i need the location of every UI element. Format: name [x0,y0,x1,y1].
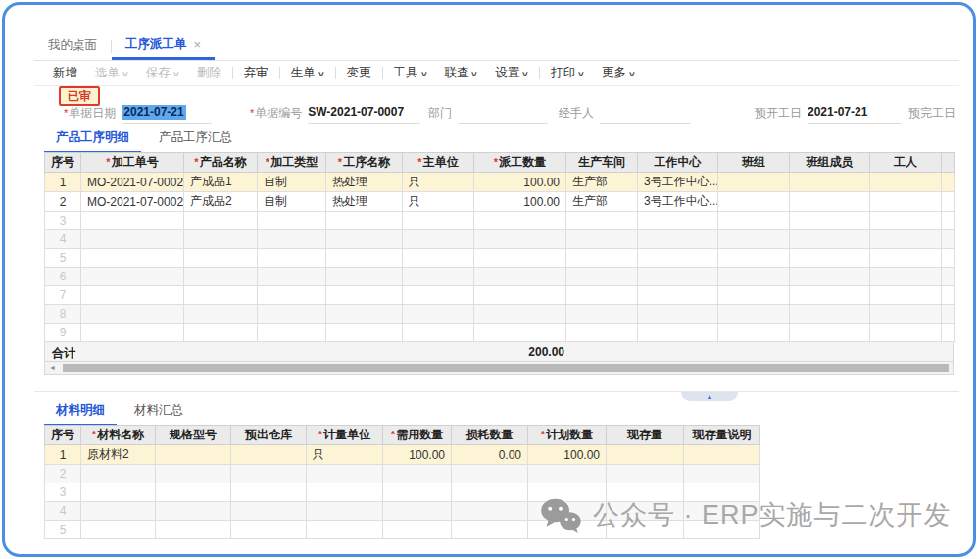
grid-cell[interactable] [790,192,870,212]
grid-cell[interactable] [156,483,231,502]
grid-cell[interactable] [528,483,607,502]
grid-cell[interactable] [718,305,790,324]
grid-cell[interactable] [184,268,258,286]
grid-cell[interactable] [258,324,326,342]
grid-cell[interactable] [607,521,684,539]
grid-cell[interactable]: 2 [45,192,81,212]
grid-cell[interactable] [474,324,566,342]
grid-cell[interactable]: 只 [403,192,474,212]
grid-cell[interactable] [718,173,790,192]
grid-cell[interactable] [307,465,383,483]
grid-cell[interactable] [156,502,231,521]
grid-cell[interactable] [474,268,566,286]
grid-cell[interactable] [790,286,870,305]
grid-cell[interactable] [474,212,566,230]
grid-cell[interactable] [258,286,326,305]
field-input[interactable] [458,105,548,124]
grid-cell[interactable]: 自制 [258,173,326,192]
grid-cell[interactable] [474,249,566,268]
toolbar-button[interactable]: 生单∨ [282,65,333,81]
grid-cell[interactable] [258,212,326,230]
grid-cell[interactable]: 1 [45,445,81,465]
grid-cell[interactable] [326,324,403,342]
grid-cell[interactable] [607,465,684,483]
grid-cell[interactable] [474,230,566,249]
grid-cell[interactable]: 3 [45,212,81,230]
grid-cell[interactable]: MO-2021-07-0002 [81,173,184,192]
toolbar-button[interactable]: 变更 [338,65,380,81]
grid-cell[interactable] [156,521,231,539]
grid-cell[interactable] [403,305,474,324]
grid-cell[interactable] [81,212,184,230]
grid-cell[interactable] [718,212,790,230]
grid-cell[interactable] [383,502,452,521]
grid-cell[interactable] [528,502,607,521]
grid-cell[interactable] [638,305,718,324]
grid-cell[interactable]: MO-2021-07-0002 [81,192,184,212]
grid-cell[interactable] [870,173,942,192]
grid-cell[interactable] [258,268,326,286]
grid-cell[interactable] [81,483,156,502]
grid-cell[interactable] [452,465,528,483]
grid-cell[interactable] [184,324,258,342]
close-icon[interactable]: × [194,37,202,52]
grid-cell[interactable] [718,230,790,249]
grid-cell[interactable] [566,212,638,230]
grid-cell[interactable] [81,465,156,483]
grid-cell[interactable]: 100.00 [383,445,452,465]
grid-cell[interactable]: 3 [45,483,81,502]
grid-cell[interactable] [403,268,474,286]
grid-cell[interactable] [638,268,718,286]
grid-cell[interactable] [790,305,870,324]
grid-cell[interactable] [566,230,638,249]
grid-cell[interactable] [638,324,718,342]
grid-cell[interactable] [81,324,184,342]
grid-cell[interactable] [607,483,684,502]
grid-cell[interactable] [156,445,231,465]
toolbar-button[interactable]: 设置∨ [486,65,537,81]
grid-cell[interactable]: 自制 [258,192,326,212]
grid-cell[interactable] [566,305,638,324]
toolbar-button[interactable]: 打印∨ [542,65,593,81]
grid-cell[interactable] [790,324,870,342]
grid-cell[interactable] [184,305,258,324]
grid-cell[interactable]: 只 [307,445,383,465]
grid-cell[interactable] [231,445,307,465]
grid-cell[interactable] [790,249,870,268]
grid-cell[interactable]: 5 [45,249,81,268]
grid-cell[interactable]: 热处理 [326,173,403,192]
grid-cell[interactable] [307,502,383,521]
field-input[interactable]: 2021-07-21 [808,105,901,124]
grid-cell[interactable] [718,192,790,212]
grid-cell[interactable] [326,305,403,324]
grid-cell[interactable] [870,230,942,249]
grid-cell[interactable]: 生产部 [566,192,638,212]
grid-cell[interactable] [870,324,942,342]
grid-cell[interactable] [684,465,760,483]
field-input[interactable] [600,105,690,124]
grid-cell[interactable]: 100.00 [474,173,566,192]
grid-cell[interactable] [870,286,942,305]
grid-cell[interactable]: 2 [45,465,81,483]
grid-cell[interactable] [684,483,760,502]
grid-cell[interactable] [790,230,870,249]
scroll-left-arrow-icon[interactable]: ◄ [49,364,56,371]
grid-cell[interactable]: 5 [45,521,81,539]
grid-cell[interactable] [81,521,156,539]
grid-cell[interactable] [81,286,184,305]
grid-cell[interactable]: 1 [45,173,81,192]
grid-cell[interactable] [383,483,452,502]
grid-cell[interactable] [81,249,184,268]
grid-cell[interactable] [184,286,258,305]
grid-cell[interactable] [528,521,607,539]
grid-cell[interactable] [184,212,258,230]
grid-cell[interactable] [307,483,383,502]
grid-cell[interactable] [326,212,403,230]
grid-cell[interactable] [684,502,760,521]
grid-cell[interactable] [638,249,718,268]
grid-cell[interactable] [638,286,718,305]
material-tab[interactable]: 材料汇总 [122,398,195,426]
toolbar-button[interactable]: 联查∨ [435,65,486,81]
grid-cell[interactable] [403,324,474,342]
grid-cell[interactable] [403,249,474,268]
